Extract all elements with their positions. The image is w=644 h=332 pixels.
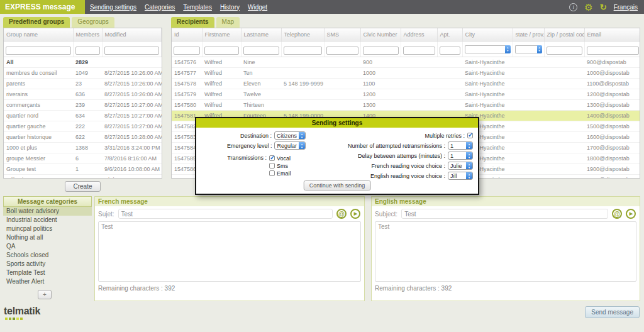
language-link[interactable]: Français (614, 4, 638, 11)
recipient-row[interactable]: 1547576WilfredNine900Saint-Hyacinthe900@… (172, 57, 640, 68)
filter-id[interactable] (174, 47, 200, 55)
filter-zip-postal-code[interactable] (547, 47, 582, 55)
play-icon[interactable]: ▶ (626, 209, 636, 219)
french-message-body[interactable]: Test (98, 221, 361, 282)
filter-address[interactable] (403, 47, 435, 55)
preview-at-icon[interactable]: @ (336, 209, 347, 219)
filter-sms[interactable] (326, 47, 358, 55)
send-message-button[interactable]: Send message (585, 306, 640, 318)
group-row[interactable]: 1000 et plus13683/31/2016 3:24:00 PM (4, 143, 162, 153)
english-voice-select[interactable]: Jill (448, 172, 473, 180)
gear-icon[interactable]: ⚙ (584, 3, 592, 12)
continue-sending-button[interactable]: Continue with sending (304, 180, 371, 191)
col-address[interactable]: Address (401, 28, 437, 42)
filter-email[interactable] (587, 47, 639, 55)
col-telephone[interactable]: Telephone (281, 28, 324, 42)
col-lastname[interactable]: Lastname (241, 28, 281, 42)
category-item-qa[interactable]: QA (3, 242, 92, 251)
col-zip-postal-code[interactable]: Zip / postal code (544, 28, 584, 42)
group-row[interactable]: Groupe test19/6/2016 10:08:00 AM (4, 164, 162, 175)
filter-modified[interactable] (104, 47, 160, 55)
filter-apt[interactable] (440, 47, 460, 55)
category-item-muincpal-politics[interactable]: muincpal politics (3, 224, 92, 233)
nav-templates[interactable]: Templates (183, 4, 212, 11)
add-category-button[interactable]: + (38, 290, 52, 299)
transmission-label: Sms (277, 163, 288, 169)
nav-history[interactable]: History (220, 4, 240, 11)
col-civic-number[interactable]: Civic Number (360, 28, 401, 42)
filter-state-prov[interactable] (515, 45, 537, 53)
group-row[interactable]: commerçants2398/27/2015 10:27:00 AM (4, 100, 162, 111)
create-group-button[interactable]: Create (65, 181, 100, 192)
recipient-row[interactable]: 1547580WilfredThirteen1300Saint-Hyacinth… (172, 100, 640, 111)
group-row[interactable]: membres du conseil10498/27/2015 10:26:00… (4, 68, 162, 79)
tab-map[interactable]: Map (216, 17, 240, 28)
filter-firstname[interactable] (204, 47, 239, 55)
english-subject-input[interactable] (401, 209, 608, 219)
category-item-nothing-at-all[interactable]: Nothing at all (3, 233, 92, 242)
group-row[interactable]: quartier nord6348/27/2015 10:27:00 AM (4, 111, 162, 121)
filter-telephone[interactable] (284, 47, 322, 55)
group-row[interactable]: riverains6368/27/2015 10:26:00 AM (4, 89, 162, 100)
col-email[interactable]: Email (584, 28, 640, 42)
col-members[interactable]: Members (73, 28, 102, 42)
nav-sending-settings[interactable]: Sending settings (90, 4, 136, 11)
tab-predefined-groups[interactable]: Predefined groups (3, 17, 70, 28)
filter-city[interactable] (465, 45, 505, 53)
group-row[interactable]: parents238/27/2015 10:26:00 AM (4, 79, 162, 89)
group-row[interactable]: quartier historique6228/27/2015 10:28:00… (4, 132, 162, 143)
filter-civic-number[interactable] (363, 47, 399, 55)
dropdown-arrows-icon[interactable] (537, 45, 542, 53)
emergency-level-label: Emergency level : (227, 143, 272, 149)
info-icon[interactable]: i (569, 3, 577, 11)
group-row[interactable]: Sélection39/6/2016 3:07:00 PM (4, 175, 162, 179)
checkbox-vocal[interactable] (269, 155, 275, 161)
group-row[interactable]: All2829 (4, 57, 162, 68)
tab-recipients[interactable]: Recipients (171, 17, 214, 28)
filter-group-name[interactable] (6, 47, 71, 55)
checkbox-sms[interactable] (269, 163, 275, 169)
col-firstname[interactable]: Firstname (202, 28, 241, 42)
filter-lastname[interactable] (243, 47, 279, 55)
col-sms[interactable]: SMS (324, 28, 360, 42)
delay-select[interactable]: 1 (448, 152, 473, 160)
group-row[interactable]: quartier gauche2228/27/2015 10:27:00 AM (4, 121, 162, 132)
category-item-template-test[interactable]: Template Test (3, 268, 92, 277)
dropdown-arrows-icon (466, 172, 472, 179)
col-city[interactable]: City (462, 28, 513, 42)
multiple-retries-checkbox[interactable] (467, 133, 473, 138)
play-icon[interactable]: ▶ (350, 209, 360, 219)
refresh-icon[interactable]: ↻ (600, 3, 607, 11)
category-item-weather-alert[interactable]: Weather Alert (3, 277, 92, 286)
dropdown-arrows-icon[interactable] (505, 45, 511, 53)
dropdown-arrows-icon (466, 152, 472, 159)
french-voice-select[interactable]: Julie (448, 162, 473, 170)
recipient-row[interactable]: 1547579WilfredTwelve1200Saint-Hyacinthe1… (172, 89, 640, 100)
recipient-row[interactable]: 1547578WilfredEleven5 148 199-99991100Sa… (172, 79, 640, 89)
group-row[interactable]: groupe Messier67/8/2016 8:16:00 AM (4, 153, 162, 164)
category-item-schools-closed[interactable]: Schools closed (3, 251, 92, 260)
english-voice-label: English reading voice choice : (370, 173, 445, 179)
retransmissions-select[interactable]: 1 (448, 141, 473, 150)
nav-categories[interactable]: Categories (145, 4, 175, 11)
multiple-retries-label: Multiple retries : (425, 133, 465, 139)
col-modified[interactable]: Modified (102, 28, 162, 42)
filter-members[interactable] (75, 47, 100, 55)
col-id[interactable]: Id (172, 28, 202, 42)
nav-widget[interactable]: Widget (248, 4, 267, 11)
category-item-sports-activity[interactable]: Sports activity (3, 260, 92, 268)
english-message-body[interactable]: Test (375, 221, 636, 282)
modal-left-column: Destination : Citizens Emergency level :… (199, 131, 306, 179)
col-state-prov[interactable]: state / prov. (513, 28, 544, 42)
modal-body: Destination : Citizens Emergency level :… (196, 128, 478, 194)
recipient-row[interactable]: 1547577WilfredTen1000Saint-Hyacinthe1000… (172, 68, 640, 79)
checkbox-email[interactable] (269, 170, 275, 176)
tab-geogroups[interactable]: Geogroups (72, 17, 114, 28)
col-apt[interactable]: Apt. (437, 28, 462, 42)
category-item-industrial-accident[interactable]: Industrial accident (3, 216, 92, 224)
category-item-boil-water-advisory[interactable]: Boil water advisory (3, 207, 92, 216)
preview-at-icon[interactable]: @ (612, 209, 622, 219)
retransmissions-label: Number of attempted retransmissions : (348, 143, 445, 149)
french-subject-input[interactable] (118, 209, 333, 219)
col-group-name[interactable]: Group name (4, 28, 73, 42)
